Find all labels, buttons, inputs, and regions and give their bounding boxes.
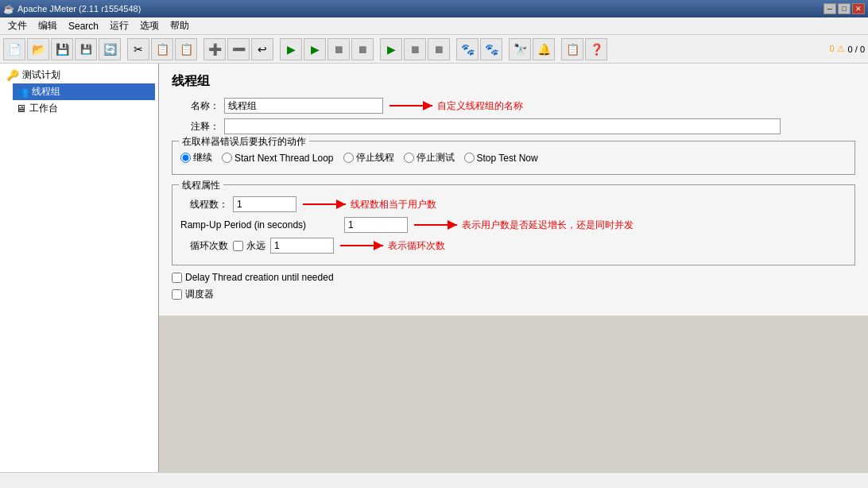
loop-count-arrow [340,238,388,254]
tb-undo[interactable]: ↩ [251,38,273,60]
radio-continue-label: 继续 [193,151,212,165]
tree-item-label: 测试计划 [22,68,60,82]
name-arrow [389,98,437,114]
tb-save[interactable]: 💾 [51,38,73,60]
minimize-button[interactable]: ─ [823,3,836,14]
menu-bar: 文件 编辑 Search 运行 选项 帮助 [0,17,868,35]
tb-saveas[interactable]: 💾 [75,38,97,60]
tb-stop[interactable]: ⏹ [327,38,350,60]
radio-next-loop[interactable]: Start Next Thread Loop [222,153,334,164]
warning-count: 0 ⚠ [829,44,844,54]
menu-help[interactable]: 帮助 [165,17,194,34]
name-input[interactable] [224,98,383,114]
tb-remote-start[interactable]: ▶ [380,38,402,60]
radio-next-loop-label: Start Next Thread Loop [234,153,334,164]
ramp-up-input[interactable] [344,217,408,233]
error-count: 0 / 0 [848,45,865,54]
radio-stop-test-now-label: Stop Test Now [477,153,538,164]
radio-stop-thread[interactable]: 停止线程 [343,151,394,165]
main-layout: 🔑 测试计划 👥 线程组 🖥 工作台 线程组 名称： [0,64,868,472]
tb-start-nopauses[interactable]: ▶ [304,38,326,60]
forever-checkbox[interactable] [233,241,243,251]
tb-help[interactable]: ❓ [585,38,607,60]
error-radio-group: 继续 Start Next Thread Loop 停止线程 停止测试 [180,151,847,165]
error-action-group: 在取样器错误后要执行的动作 继续 Start Next Thread Loop [172,141,855,175]
radio-stop-test-label: 停止测试 [417,151,455,165]
tb-search[interactable]: 🔭 [509,38,531,60]
tb-remove[interactable]: ➖ [227,38,250,60]
ramp-up-annotation: 表示用户数是否延迟增长，还是同时并发 [462,219,634,232]
tree-item-workbench[interactable]: 🖥 工作台 [13,100,155,117]
tb-add[interactable]: ➕ [203,38,226,60]
menu-search[interactable]: Search [64,19,103,33]
tree-item-test-plan[interactable]: 🔑 测试计划 [3,67,155,83]
thread-count-input[interactable] [233,196,296,212]
tb-reset[interactable]: 🔔 [533,38,555,60]
tree-item-label: 线程组 [32,85,60,99]
menu-run[interactable]: 运行 [105,17,134,34]
tree-item-label: 工作台 [29,102,58,115]
radio-continue[interactable]: 继续 [180,151,212,165]
radio-stop-thread-label: 停止线程 [356,151,394,165]
tb-open[interactable]: 📂 [27,38,49,60]
thread-count-label: 线程数： [180,198,228,211]
tb-copy[interactable]: 📋 [151,38,173,60]
thread-group-icon: 👥 [16,86,29,98]
scheduler-checkbox[interactable] [172,289,182,300]
thread-count-annotation: 线程数相当于用户数 [351,198,436,211]
thread-props-title: 线程属性 [179,179,223,192]
title-bar: ☕ Apache JMeter (2.11 r1554548) ─ □ ✕ [0,0,868,17]
delay-label: Delay Thread creation until needed [185,272,334,283]
tree-item-thread-group[interactable]: 👥 线程组 [13,83,155,100]
tb-shutdown[interactable]: ⏹ [351,38,374,60]
menu-file[interactable]: 文件 [3,17,32,34]
section-title: 线程组 [172,73,855,90]
forever-label: 永远 [246,239,265,253]
ramp-up-label: Ramp-Up Period (in seconds) [180,219,339,230]
loop-count-annotation: 表示循环次数 [388,239,445,253]
test-plan-icon: 🔑 [6,69,19,81]
tb-new[interactable]: 📄 [3,38,25,60]
name-label: 名称： [172,99,219,113]
ramp-up-arrow [414,217,462,233]
tb-start[interactable]: ▶ [280,38,302,60]
maximize-button[interactable]: □ [838,3,851,14]
scheduler-checkbox-item[interactable]: 调度器 [172,288,855,301]
thread-props-group: 线程属性 线程数： 线程数相当于用户数 [172,184,855,265]
tb-revert[interactable]: 🔄 [99,38,121,60]
comment-label: 注释： [172,120,219,134]
delay-checkbox[interactable] [172,273,182,283]
app-icon: ☕ [3,4,14,14]
tree-panel: 🔑 测试计划 👥 线程组 🖥 工作台 [0,64,159,472]
workbench-icon: 🖥 [16,103,26,114]
scheduler-label: 调度器 [185,288,214,301]
forever-checkbox-item[interactable]: 永远 [233,239,265,253]
tb-template[interactable]: 📋 [561,38,583,60]
right-panel: 线程组 名称： 自定义线程组的名称 [159,64,868,316]
radio-stop-test-now[interactable]: Stop Test Now [464,153,538,164]
menu-options[interactable]: 选项 [135,17,164,34]
menu-edit[interactable]: 编辑 [33,17,62,34]
tb-clear-all[interactable]: 🐾 [480,38,502,60]
tb-clear[interactable]: 🐾 [456,38,479,60]
error-action-title: 在取样器错误后要执行的动作 [179,135,309,149]
loop-count-label: 循环次数 [180,239,228,253]
loop-count-input[interactable] [270,238,334,254]
right-panel-wrapper: 线程组 名称： 自定义线程组的名称 [159,64,868,472]
tb-remote-exit[interactable]: ⏹ [428,38,450,60]
comment-input[interactable] [224,118,781,134]
toolbar: 📄 📂 💾 💾 🔄 ✂ 📋 📋 ➕ ➖ ↩ ▶ ▶ ⏹ ⏹ ▶ ⏹ ⏹ 🐾 🐾 … [0,35,868,64]
tb-paste[interactable]: 📋 [175,38,197,60]
status-bar [0,472,868,488]
tb-cut[interactable]: ✂ [127,38,149,60]
app-title: Apache JMeter (2.11 r1554548) [17,4,141,14]
close-button[interactable]: ✕ [852,3,865,14]
name-annotation: 自定义线程组的名称 [437,99,523,113]
delay-checkbox-item[interactable]: Delay Thread creation until needed [172,272,855,283]
radio-stop-test[interactable]: 停止测试 [404,151,455,165]
thread-count-arrow [303,196,351,212]
tb-remote-stop[interactable]: ⏹ [404,38,426,60]
